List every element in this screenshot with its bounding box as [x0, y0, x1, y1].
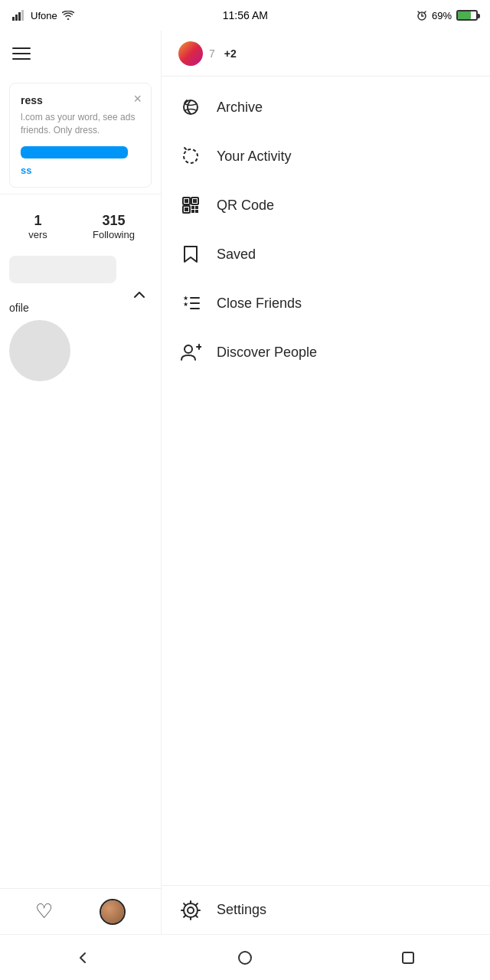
carrier-name: Ufone: [31, 10, 57, 21]
notification-card: × ress l.com as your word, see ads frien…: [9, 83, 152, 188]
bottom-nav: ♡: [0, 888, 161, 934]
following-stat[interactable]: 315 Following: [76, 213, 152, 240]
story-bubbles: 7: [177, 40, 215, 67]
notif-title: ress: [21, 94, 142, 106]
status-left: Ufone: [12, 10, 74, 21]
svg-point-25: [188, 907, 194, 913]
alarm-icon: [416, 10, 427, 21]
status-bar: Ufone 11:56 AM 69%: [0, 0, 490, 31]
settings-label: Settings: [217, 902, 266, 918]
svg-point-26: [184, 903, 198, 917]
followers-stat: 1 vers: [0, 213, 76, 240]
svg-rect-28: [403, 952, 413, 963]
settings-icon: [180, 900, 201, 921]
right-dropdown-panel: 7 +2 Archive: [161, 31, 490, 934]
home-button[interactable]: [234, 946, 256, 969]
profile-section: ofile: [0, 247, 161, 394]
battery-icon: [456, 10, 478, 21]
svg-rect-12: [185, 207, 188, 211]
status-time: 11:56 AM: [223, 9, 268, 21]
saved-menu-item[interactable]: Saved: [162, 230, 490, 279]
qr-icon: [180, 194, 201, 216]
activity-nav-button[interactable]: ♡: [35, 900, 53, 923]
hamburger-menu-button[interactable]: [12, 47, 31, 60]
svg-rect-0: [12, 17, 15, 21]
profile-search-bar: [9, 256, 152, 283]
system-nav-bar: [0, 934, 490, 980]
left-header: [0, 31, 161, 77]
stats-row: 1 vers 315 Following: [0, 201, 161, 247]
svg-text:★: ★: [183, 301, 188, 308]
svg-rect-14: [195, 206, 198, 209]
svg-point-27: [239, 952, 251, 964]
notif-link[interactable]: ss: [21, 165, 142, 176]
dropdown-menu: Archive Your Activity: [162, 77, 490, 885]
close-friends-menu-item[interactable]: ★ ★ Close Friends: [162, 279, 490, 328]
archive-label: Archive: [217, 100, 263, 116]
status-right: 69%: [416, 10, 478, 21]
archive-icon: [180, 96, 201, 118]
svg-rect-2: [18, 12, 21, 21]
saved-label: Saved: [217, 247, 256, 263]
discover-people-label: Discover People: [217, 345, 317, 361]
following-count: 315: [76, 213, 152, 229]
your-activity-menu-item[interactable]: Your Activity: [162, 132, 490, 181]
activity-icon: [180, 145, 201, 167]
profile-avatar[interactable]: [9, 320, 70, 381]
qr-code-label: QR Code: [217, 198, 274, 214]
notif-body: l.com as your word, see ads friends. Onl…: [21, 111, 142, 137]
followers-count: 1: [0, 213, 76, 229]
following-label: Following: [76, 229, 152, 240]
svg-rect-13: [191, 206, 194, 209]
profile-nav-button[interactable]: [100, 899, 126, 925]
followers-label: vers: [0, 229, 76, 240]
story-number: 7: [209, 47, 215, 60]
profile-label: ofile: [9, 302, 152, 314]
story-bubble-1[interactable]: [177, 40, 204, 67]
svg-rect-15: [191, 210, 194, 213]
settings-menu-item[interactable]: Settings: [162, 885, 490, 934]
signal-bars-icon: [12, 10, 26, 21]
svg-point-22: [185, 345, 192, 353]
your-activity-label: Your Activity: [217, 149, 291, 165]
discover-people-menu-item[interactable]: Discover People: [162, 328, 490, 377]
svg-rect-10: [193, 199, 197, 203]
left-panel: × ress l.com as your word, see ads frien…: [0, 31, 161, 934]
wifi-icon: [62, 11, 74, 20]
svg-rect-3: [21, 10, 24, 21]
divider-1: [0, 194, 161, 194]
close-friends-label: Close Friends: [217, 296, 302, 312]
notif-action-button[interactable]: [21, 146, 128, 158]
saved-icon: [180, 243, 201, 265]
battery-percent: 69%: [432, 10, 452, 21]
collapse-button[interactable]: [9, 291, 152, 299]
back-button[interactable]: [70, 946, 93, 969]
close-friends-icon: ★ ★: [180, 292, 201, 314]
dropdown-header: 7 +2: [162, 31, 490, 77]
story-count: +2: [224, 47, 237, 60]
close-notification-button[interactable]: ×: [133, 91, 142, 107]
svg-rect-1: [15, 15, 18, 21]
discover-people-icon: [180, 341, 201, 363]
recents-button[interactable]: [397, 946, 420, 969]
main-layout: × ress l.com as your word, see ads frien…: [0, 31, 490, 934]
svg-rect-8: [185, 199, 188, 203]
qr-code-menu-item[interactable]: QR Code: [162, 181, 490, 230]
archive-menu-item[interactable]: Archive: [162, 83, 490, 132]
svg-rect-16: [195, 210, 198, 213]
